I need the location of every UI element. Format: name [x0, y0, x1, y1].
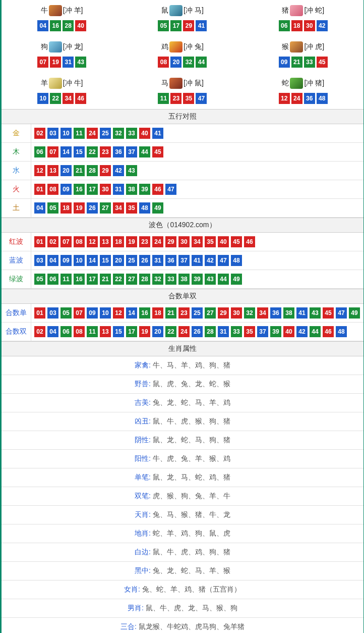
page-frame: 牛[冲 羊]04162840鼠[冲 马]05172941猪[冲 蛇]061830…	[0, 0, 364, 633]
number-ball: 13	[100, 326, 111, 337]
number-ball: 20	[152, 326, 163, 337]
number-ball: 39	[192, 274, 203, 285]
number-ball: 12	[87, 236, 98, 247]
number-ball: 42	[205, 255, 216, 266]
attr-row: 凶丑: 鼠、牛、虎、猴、狗、猪	[2, 412, 363, 431]
number-ball: 30	[100, 184, 111, 195]
attr-value: 鼠龙猴、牛蛇鸡、虎马狗、兔羊猪	[139, 622, 245, 630]
wuxing-header: 五行对照	[2, 109, 363, 124]
attr-value: 兔、龙、蛇、马、羊、猴	[153, 566, 230, 574]
number-ball: 49	[231, 274, 242, 285]
zodiac-icon	[49, 41, 62, 52]
zodiac-cell: 鼠[冲 马]05172941	[122, 0, 242, 36]
row-label: 蓝波	[2, 251, 31, 270]
number-ball: 48	[231, 255, 242, 266]
number-ball: 40	[218, 236, 229, 247]
number-ball: 44	[310, 326, 321, 337]
attr-value: 兔、马、猴、猪、牛、龙	[153, 510, 230, 518]
number-ball: 37	[178, 255, 190, 266]
number-ball: 20	[113, 255, 124, 266]
number-ball: 16	[74, 274, 85, 285]
zodiac-nums: 04162840	[2, 20, 122, 31]
number-ball: 24	[152, 236, 163, 247]
number-ball: 27	[100, 202, 111, 214]
number-ball: 37	[126, 146, 137, 157]
number-ball: 17	[87, 184, 98, 195]
number-ball: 05	[34, 274, 45, 285]
number-ball: 22	[113, 274, 124, 285]
number-ball: 07	[47, 146, 58, 157]
number-ball: 44	[139, 146, 150, 157]
number-ball: 24	[178, 326, 190, 337]
number-ball: 09	[60, 255, 72, 266]
number-ball: 34	[63, 93, 74, 104]
number-ball: 34	[192, 236, 203, 247]
number-ball: 29	[165, 236, 176, 247]
zodiac-nums: 11233547	[122, 93, 242, 104]
number-ball: 27	[126, 274, 137, 285]
zodiac-cell: 狗[冲 龙]07193143	[2, 36, 122, 73]
zodiac-cell: 猪[冲 蛇]06183042	[243, 0, 363, 36]
zodiac-nums: 09213345	[243, 57, 363, 68]
zodiac-chong: [冲 兔]	[184, 42, 204, 51]
zodiac-cell: 蛇[冲 猪]12243648	[243, 73, 363, 109]
attr-row: 三合: 鼠龙猴、牛蛇鸡、虎马狗、兔羊猪	[2, 618, 363, 633]
number-ball: 19	[50, 57, 61, 68]
number-ball: 49	[349, 307, 360, 319]
number-ball: 22	[165, 326, 176, 337]
number-ball: 22	[87, 146, 98, 157]
row-balls: 05061116172122272832333839434449	[31, 270, 364, 289]
number-ball: 25	[126, 255, 137, 266]
number-ball: 43	[75, 57, 86, 68]
zodiac-chong: [冲 猪]	[304, 79, 324, 88]
number-ball: 19	[139, 326, 150, 337]
number-ball: 09	[87, 307, 98, 319]
row-balls: 03040910141520252631363741424748	[31, 251, 364, 270]
number-ball: 40	[75, 20, 86, 31]
row-label: 木	[2, 143, 31, 162]
number-ball: 07	[37, 57, 48, 68]
number-ball: 12	[113, 307, 124, 319]
number-ball: 03	[34, 255, 45, 266]
attr-key: 阴性:	[135, 436, 151, 444]
zodiac-nums: 10223446	[2, 93, 122, 104]
attr-key: 家禽:	[135, 361, 151, 369]
zodiac-name: 猪	[282, 6, 289, 15]
attr-value: 兔、蛇、羊、鸡、猪（五宫肖）	[142, 585, 241, 593]
number-ball: 35	[244, 326, 255, 337]
number-ball: 28	[63, 20, 74, 31]
row-label: 绿波	[2, 270, 31, 289]
number-ball: 19	[126, 236, 137, 247]
number-ball: 46	[75, 93, 86, 104]
zodiac-icon	[49, 5, 62, 16]
number-ball: 37	[257, 326, 268, 337]
attr-key: 白边:	[135, 548, 151, 556]
number-ball: 18	[60, 202, 72, 214]
attr-key: 单笔:	[135, 473, 151, 481]
zodiac-chong: [冲 马]	[184, 6, 204, 15]
number-ball: 39	[139, 184, 150, 195]
number-ball: 11	[60, 274, 72, 285]
number-ball: 07	[60, 236, 72, 247]
number-ball: 09	[279, 57, 290, 68]
row-label: 土	[2, 199, 31, 218]
number-ball: 05	[158, 20, 169, 31]
attr-row: 黑中: 兔、龙、蛇、马、羊、猴	[2, 562, 363, 581]
number-ball: 29	[218, 307, 229, 319]
row-label: 红波	[2, 233, 31, 251]
zodiac-icon	[169, 41, 183, 52]
number-ball: 20	[170, 57, 181, 68]
number-ball: 42	[296, 326, 308, 337]
number-ball: 33	[126, 128, 137, 139]
zodiac-icon	[49, 78, 62, 89]
number-ball: 21	[100, 274, 111, 285]
number-ball: 23	[178, 307, 190, 319]
number-ball: 29	[100, 165, 111, 176]
number-ball: 04	[37, 20, 48, 31]
number-ball: 25	[100, 128, 111, 139]
number-ball: 18	[291, 20, 302, 31]
number-ball: 45	[231, 236, 242, 247]
number-ball: 21	[165, 307, 176, 319]
zodiac-name: 鸡	[161, 42, 168, 51]
zodiac-icon	[290, 5, 303, 16]
